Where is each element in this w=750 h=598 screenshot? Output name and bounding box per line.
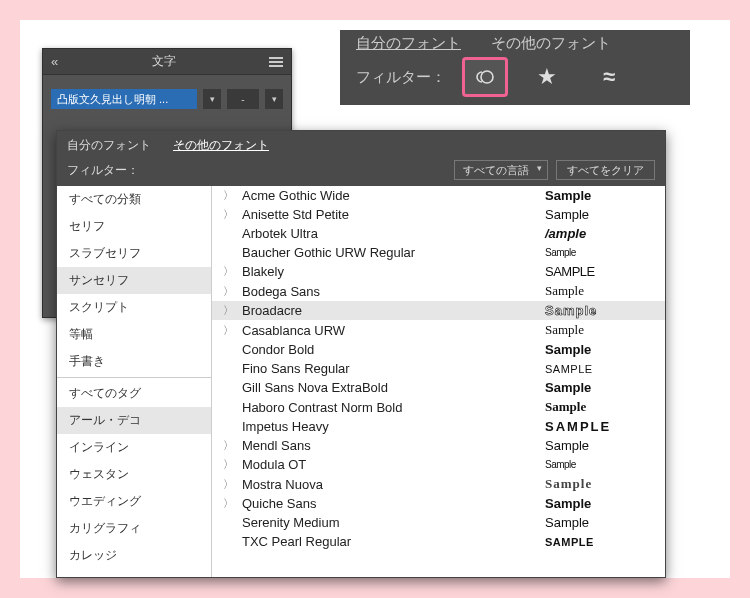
expand-chevron-icon[interactable]: 〉 (222, 284, 234, 299)
tab-more-fonts[interactable]: その他のフォント (491, 34, 611, 53)
font-row[interactable]: 〉Acme Gothic WideSample (212, 186, 665, 205)
classification-item[interactable]: 等幅 (57, 321, 211, 348)
font-sample-preview: Sample (545, 459, 655, 470)
classification-item[interactable]: セリフ (57, 213, 211, 240)
similar-fonts-icon[interactable]: ≈ (586, 57, 632, 97)
font-row[interactable]: 〉BlakelySAMPLE (212, 262, 665, 281)
tab-my-fonts[interactable]: 自分のフォント (356, 34, 461, 53)
font-row[interactable]: Serenity MediumSample (212, 513, 665, 532)
classification-item[interactable]: スラブセリフ (57, 240, 211, 267)
tab-more-fonts[interactable]: その他のフォント (173, 137, 269, 154)
font-name-label: Quiche Sans (242, 496, 537, 511)
font-sample-preview: Sample (545, 207, 655, 222)
font-name-label: Haboro Contrast Norm Bold (242, 400, 537, 415)
expand-chevron-icon[interactable]: 〉 (222, 496, 234, 511)
font-name-label: Condor Bold (242, 342, 537, 357)
font-name-label: Fino Sans Regular (242, 361, 537, 376)
filter-detail-callout: 自分のフォント その他のフォント フィルター： ★ ≈ (340, 30, 690, 105)
font-sample-preview: Sample (545, 303, 655, 318)
panel-title: 文字 (152, 53, 176, 70)
font-name-label: Arbotek Ultra (242, 226, 537, 241)
category-divider (57, 377, 211, 378)
collapse-panel-icon[interactable] (51, 54, 58, 69)
expand-chevron-icon[interactable]: 〉 (222, 303, 234, 318)
font-name-label: Baucher Gothic URW Regular (242, 245, 537, 260)
tag-item[interactable]: アール・デコ (57, 407, 211, 434)
filter-label: フィルター： (67, 162, 139, 179)
tag-item[interactable]: すべてのタグ (57, 380, 211, 407)
font-family-dropdown-icon[interactable]: ▾ (203, 89, 221, 109)
font-style-dropdown-icon[interactable]: ▾ (265, 89, 283, 109)
font-row[interactable]: Baucher Gothic URW RegularSample (212, 243, 665, 262)
font-row[interactable]: Gill Sans Nova ExtraBoldSample (212, 378, 665, 397)
font-name-label: Blakely (242, 264, 537, 279)
font-sample-preview: /ample (545, 226, 655, 241)
font-sample-preview: SAMPLE (545, 264, 655, 279)
classification-item[interactable]: 手書き (57, 348, 211, 375)
font-sample-preview: Sample (545, 496, 655, 511)
font-name-label: Bodega Sans (242, 284, 537, 299)
font-row[interactable]: Haboro Contrast Norm BoldSample (212, 397, 665, 417)
font-row[interactable]: Arbotek Ultra/ample (212, 224, 665, 243)
classification-item[interactable]: スクリプト (57, 294, 211, 321)
font-sample-preview: Sample (545, 476, 655, 492)
font-sample-preview: Sample (545, 283, 655, 299)
font-row[interactable]: Impetus HeavySAMPLE (212, 417, 665, 436)
font-sample-preview: Sample (545, 438, 655, 453)
tag-item[interactable]: インライン (57, 434, 211, 461)
font-name-label: Impetus Heavy (242, 419, 537, 434)
font-family-input[interactable]: 凸版文久見出し明朝 ... (51, 89, 197, 109)
font-name-label: Acme Gothic Wide (242, 188, 537, 203)
font-sample-preview: Sample (545, 342, 655, 357)
tag-item[interactable]: カリグラフィ (57, 515, 211, 542)
clear-all-button[interactable]: すべてをクリア (556, 160, 655, 180)
panel-menu-icon[interactable] (269, 57, 283, 67)
font-sample-preview: Sample (545, 188, 655, 203)
font-sample-preview: Sample (545, 515, 655, 530)
font-row[interactable]: 〉Bodega SansSample (212, 281, 665, 301)
expand-chevron-icon[interactable]: 〉 (222, 264, 234, 279)
tab-my-fonts[interactable]: 自分のフォント (67, 137, 151, 154)
font-row[interactable]: 〉BroadacreSample (212, 301, 665, 320)
font-name-label: Modula OT (242, 457, 537, 472)
expand-chevron-icon[interactable]: 〉 (222, 323, 234, 338)
expand-chevron-icon[interactable]: 〉 (222, 457, 234, 472)
font-row[interactable]: 〉Casablanca URWSample (212, 320, 665, 340)
tag-item[interactable]: ウエディング (57, 488, 211, 515)
classification-item[interactable]: すべての分類 (57, 186, 211, 213)
tag-item[interactable]: カレッジ (57, 542, 211, 569)
font-name-label: Mostra Nuova (242, 477, 537, 492)
font-sample-preview: Sample (545, 322, 655, 338)
filter-label: フィルター： (356, 68, 446, 87)
font-name-label: Casablanca URW (242, 323, 537, 338)
font-row[interactable]: Fino Sans RegularSAMPLE (212, 359, 665, 378)
font-row[interactable]: Condor BoldSample (212, 340, 665, 359)
language-select[interactable]: すべての言語 (454, 160, 548, 180)
classification-item[interactable]: サンセリフ (57, 267, 211, 294)
font-row[interactable]: 〉Quiche SansSample (212, 494, 665, 513)
font-sample-preview: SAMPLE (545, 363, 655, 375)
font-sample-preview: Sample (545, 399, 655, 415)
svg-point-0 (481, 71, 493, 83)
font-row[interactable]: 〉Modula OTSample (212, 455, 665, 474)
font-row[interactable]: 〉Mostra NuovaSample (212, 474, 665, 494)
category-sidebar: すべての分類セリフスラブセリフサンセリフスクリプト等幅手書きすべてのタグアール・… (57, 186, 212, 577)
expand-chevron-icon[interactable]: 〉 (222, 438, 234, 453)
favorites-star-icon[interactable]: ★ (524, 57, 570, 97)
font-style-dropdown[interactable]: - (227, 89, 259, 109)
tag-item[interactable]: クリーン (57, 569, 211, 577)
font-sample-preview: Sample (545, 380, 655, 395)
tag-item[interactable]: ウェスタン (57, 461, 211, 488)
expand-chevron-icon[interactable]: 〉 (222, 188, 234, 203)
expand-chevron-icon[interactable]: 〉 (222, 477, 234, 492)
font-row[interactable]: 〉Mendl SansSample (212, 436, 665, 455)
font-sample-preview: SAMPLE (545, 536, 655, 548)
font-sample-preview: Sample (545, 247, 655, 258)
font-name-label: Mendl Sans (242, 438, 537, 453)
creative-cloud-icon[interactable] (462, 57, 508, 97)
font-row[interactable]: TXC Pearl RegularSAMPLE (212, 532, 665, 551)
font-name-label: Serenity Medium (242, 515, 537, 530)
expand-chevron-icon[interactable]: 〉 (222, 207, 234, 222)
font-name-label: Gill Sans Nova ExtraBold (242, 380, 537, 395)
font-row[interactable]: 〉Anisette Std PetiteSample (212, 205, 665, 224)
